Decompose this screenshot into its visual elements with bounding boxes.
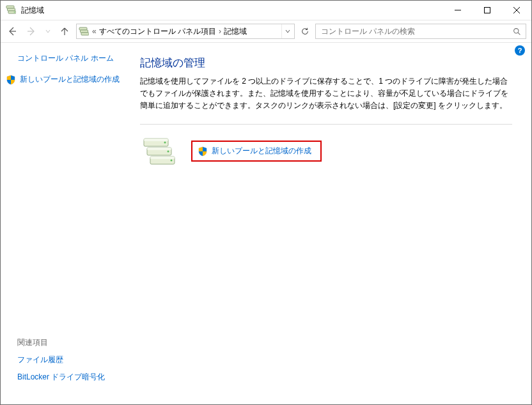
sidebar-top: コントロール パネル ホーム 新しいプールと記憶域の作成 (17, 53, 130, 337)
svg-rect-10 (79, 27, 87, 30)
window: 記憶域 (0, 0, 532, 405)
nav-arrows (6, 25, 74, 38)
svg-rect-0 (6, 6, 14, 8)
svg-rect-11 (81, 30, 88, 33)
titlebar-left: 記憶域 (6, 4, 44, 16)
window-controls (443, 1, 531, 20)
app-icon (6, 4, 17, 16)
svg-rect-1 (8, 8, 15, 11)
create-pool-link[interactable]: 新しいプールと記憶域の作成 (212, 146, 311, 157)
page-title: 記憶域の管理 (140, 56, 512, 70)
page-description: 記憶域を使用してファイルを 2 つ以上のドライブに保存することで、1 つのドライ… (140, 75, 512, 112)
recent-locations-button[interactable] (44, 25, 52, 38)
titlebar: 記憶域 (1, 1, 531, 20)
svg-rect-19 (147, 148, 171, 150)
sidebar: コントロール パネル ホーム 新しいプールと記憶域の作成 (1, 43, 135, 404)
up-button[interactable] (58, 25, 71, 38)
bitlocker-link[interactable]: BitLocker ドライブ暗号化 (17, 372, 130, 383)
related-items-label: 関連項目 (17, 337, 130, 348)
address-icon (78, 26, 90, 37)
search-icon[interactable] (512, 26, 522, 36)
breadcrumb-prefix: « (92, 27, 97, 36)
sidebar-bottom: 関連項目 ファイル履歴 BitLocker ドライブ暗号化 (17, 337, 130, 394)
sidebar-create-pool-link[interactable]: 新しいプールと記憶域の作成 (6, 74, 130, 85)
breadcrumb-separator-icon: › (219, 27, 221, 36)
file-history-link[interactable]: ファイル履歴 (17, 355, 130, 365)
svg-point-17 (164, 141, 166, 143)
sidebar-link-label: 新しいプールと記憶域の作成 (20, 74, 120, 85)
svg-point-23 (171, 159, 173, 161)
svg-point-13 (513, 28, 518, 33)
breadcrumb-item[interactable]: 記憶域 (224, 26, 247, 37)
address-dropdown-button[interactable] (281, 24, 293, 38)
svg-line-14 (518, 33, 520, 34)
navbar: « すべてのコントロール パネル項目 › 記憶域 (1, 20, 531, 43)
svg-point-3 (14, 11, 15, 13)
action-row: 新しいプールと記憶域の作成 (140, 134, 512, 169)
shield-icon (6, 75, 16, 85)
back-button[interactable] (6, 25, 19, 38)
maximize-button[interactable] (473, 1, 502, 20)
create-pool-highlight: 新しいプールと記憶域の作成 (191, 141, 322, 162)
control-panel-home-link[interactable]: コントロール パネル ホーム (17, 53, 130, 64)
breadcrumb[interactable]: « すべてのコントロール パネル項目 › 記憶域 (92, 26, 279, 37)
svg-rect-16 (144, 139, 168, 141)
svg-rect-22 (150, 157, 175, 159)
window-title: 記憶域 (21, 5, 44, 16)
content: 記憶域の管理 記憶域を使用してファイルを 2 つ以上のドライブに保存することで、… (135, 43, 531, 404)
drives-icon (140, 134, 178, 169)
shield-icon (198, 146, 208, 157)
svg-rect-5 (485, 8, 490, 13)
body: ? コントロール パネル ホーム 新しいプールと記憶域の作成 (1, 43, 531, 404)
svg-rect-12 (81, 33, 89, 35)
divider (140, 124, 512, 125)
close-button[interactable] (502, 1, 531, 20)
forward-button[interactable] (25, 25, 38, 38)
search-input[interactable] (320, 26, 512, 36)
minimize-button[interactable] (443, 1, 473, 20)
refresh-button[interactable] (297, 24, 313, 39)
search-box[interactable] (315, 24, 526, 39)
breadcrumb-item[interactable]: すべてのコントロール パネル項目 (99, 26, 216, 37)
svg-point-20 (168, 150, 169, 152)
address-bar[interactable]: « すべてのコントロール パネル項目 › 記憶域 (76, 24, 295, 39)
